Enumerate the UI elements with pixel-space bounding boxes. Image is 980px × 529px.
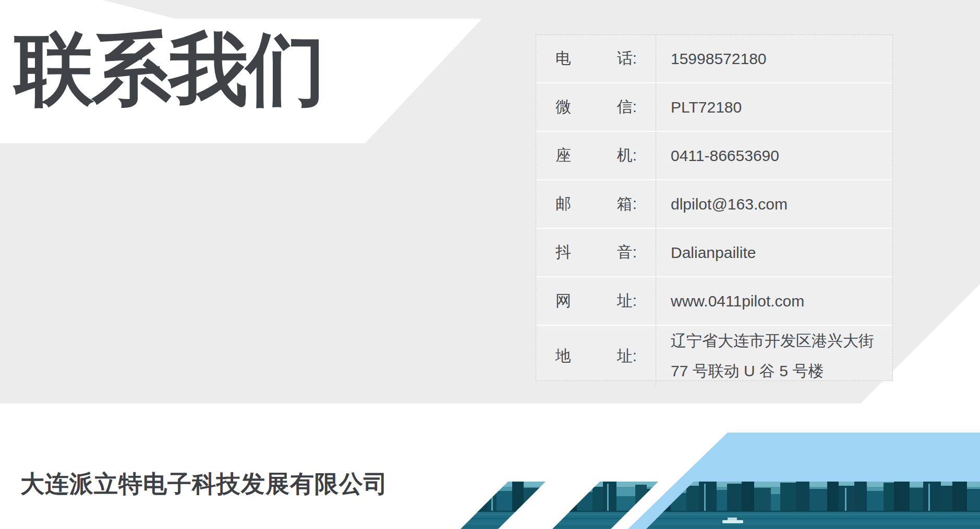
contact-value-cell: www.0411pilot.com (656, 277, 892, 325)
contact-label-second-char: 箱: (617, 193, 637, 215)
contact-label-first-char: 地 (555, 346, 571, 367)
contact-label-second-char: 信: (617, 96, 637, 118)
contact-label: 邮 箱: (555, 193, 637, 215)
contact-label: 抖 音: (555, 242, 637, 263)
contact-label-cell: 微 信: (536, 83, 656, 131)
contact-label-second-char: 音: (617, 242, 637, 263)
contact-value-line: PLT72180 (671, 92, 892, 122)
contact-value-line: dlpilot@163.com (671, 189, 892, 219)
contact-table-row: 网 址: www.0411pilot.com (536, 277, 892, 326)
contact-value-cell: Dalianpailite (656, 229, 892, 276)
contact-value-cell: 15998572180 (656, 35, 892, 82)
contact-table-row: 微 信: PLT72180 (536, 83, 892, 132)
contact-table-row: 抖 音: Dalianpailite (536, 229, 892, 277)
contact-value-line: 0411-86653690 (671, 141, 892, 171)
contact-label-cell: 网 址: (536, 277, 656, 325)
contact-label-first-char: 座 (555, 145, 571, 166)
contact-value-line: Dalianpailite (671, 238, 892, 268)
contact-label-first-char: 微 (555, 96, 571, 118)
contact-label-first-char: 抖 (555, 242, 571, 263)
contact-table-row: 邮 箱: dlpilot@163.com (536, 180, 892, 229)
contact-label: 电 话: (555, 48, 637, 69)
contact-slide: 联系我们 电 话: 15998572180 微 信: PLT72180 (0, 0, 980, 529)
contact-label-second-char: 话: (617, 48, 637, 69)
contact-label: 座 机: (555, 145, 637, 166)
contact-label-first-char: 电 (555, 48, 571, 69)
contact-label-second-char: 址: (617, 290, 637, 312)
company-name: 大连派立特电子科技发展有限公司 (20, 470, 388, 497)
contact-table-row: 电 话: 15998572180 (536, 35, 892, 83)
contact-table: 电 话: 15998572180 微 信: PLT72180 座 机: (536, 34, 893, 381)
contact-label-cell: 邮 箱: (536, 180, 656, 228)
contact-value-line: 77 号联动 U 谷 5 号楼 (671, 356, 892, 386)
contact-label-first-char: 邮 (555, 193, 571, 215)
contact-value-cell: 辽宁省大连市开发区港兴大街77 号联动 U 谷 5 号楼 (656, 326, 892, 386)
city-photo (443, 482, 980, 529)
contact-table-row: 座 机: 0411-86653690 (536, 132, 892, 180)
contact-table-row: 地 址: 辽宁省大连市开发区港兴大街77 号联动 U 谷 5 号楼 (536, 326, 892, 386)
contact-label: 微 信: (555, 96, 637, 118)
contact-value-cell: 0411-86653690 (656, 132, 892, 179)
contact-value-cell: PLT72180 (656, 83, 892, 131)
contact-value-cell: dlpilot@163.com (656, 180, 892, 228)
contact-label: 网 址: (555, 290, 637, 312)
contact-label-cell: 抖 音: (536, 229, 656, 276)
contact-label-cell: 地 址: (536, 326, 656, 386)
contact-label: 地 址: (555, 346, 637, 367)
contact-value-line: 辽宁省大连市开发区港兴大街 (671, 326, 892, 356)
page-title: 联系我们 (15, 27, 323, 110)
contact-table-body: 电 话: 15998572180 微 信: PLT72180 座 机: (536, 35, 892, 386)
contact-label-first-char: 网 (555, 290, 571, 312)
contact-label-second-char: 址: (617, 346, 637, 367)
contact-label-second-char: 机: (617, 145, 637, 166)
contact-label-cell: 电 话: (536, 35, 656, 82)
contact-label-cell: 座 机: (536, 132, 656, 179)
contact-value-line: www.0411pilot.com (671, 286, 892, 316)
contact-value-line: 15998572180 (671, 44, 892, 74)
